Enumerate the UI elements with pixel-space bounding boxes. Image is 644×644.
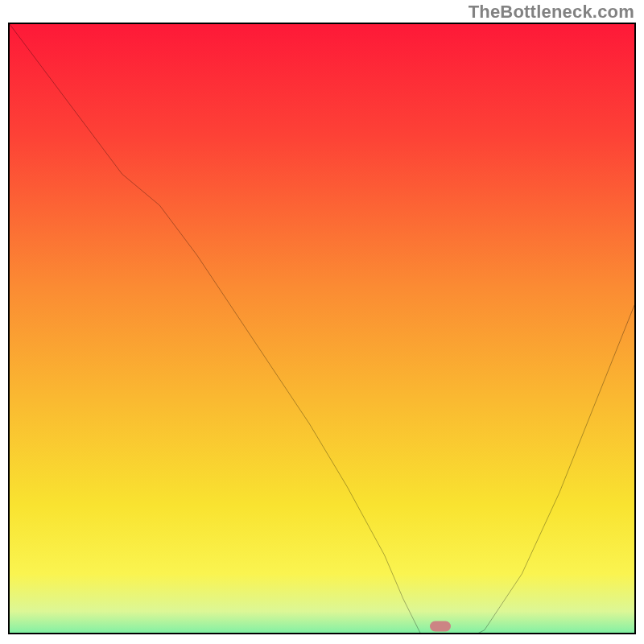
optimal-marker <box>430 621 451 632</box>
watermark-text: TheBottleneck.com <box>469 2 634 23</box>
chart-plot-area <box>8 23 636 634</box>
chart-background-gradient <box>10 24 634 634</box>
svg-rect-0 <box>10 24 634 634</box>
